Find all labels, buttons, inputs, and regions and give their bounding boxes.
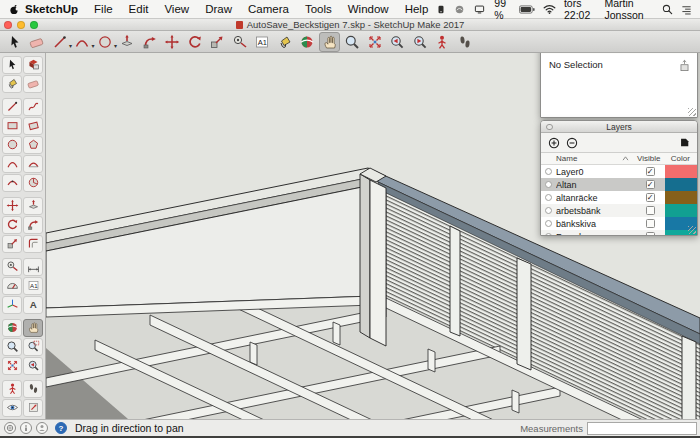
- panel-resize-grip[interactable]: [688, 226, 696, 234]
- palette-section-plane-button[interactable]: [23, 399, 43, 417]
- menu-item-window[interactable]: Window: [340, 3, 397, 15]
- menu-bar-clock[interactable]: tors 22:02: [564, 0, 597, 21]
- battery-icon[interactable]: [519, 5, 535, 14]
- palette-dimension-button[interactable]: [23, 258, 43, 276]
- panel-close-icon[interactable]: [546, 124, 553, 131]
- palette-rotate-button[interactable]: [2, 216, 22, 234]
- layers-title-bar[interactable]: Layers: [541, 121, 697, 133]
- layer-name[interactable]: Fasad: [556, 232, 635, 236]
- toolbar-paint-bucket-button[interactable]: [274, 32, 295, 52]
- palette-pie-button[interactable]: [23, 174, 43, 192]
- apple-logo-icon[interactable]: [8, 3, 20, 16]
- sign-in-icon[interactable]: [36, 422, 48, 434]
- palette-circle-button[interactable]: [2, 136, 22, 154]
- layer-name[interactable]: Layer0: [556, 167, 635, 177]
- palette-three-d-text-button[interactable]: A: [23, 296, 43, 314]
- toolbar-scale-button[interactable]: [207, 32, 228, 52]
- toolbar-text-button[interactable]: A1: [252, 32, 273, 52]
- notification-center-icon[interactable]: [681, 4, 692, 15]
- palette-previous-button[interactable]: [23, 357, 43, 375]
- toolbar-previous-button[interactable]: [387, 32, 408, 52]
- menu-item-file[interactable]: File: [86, 3, 121, 15]
- siri-icon[interactable]: [454, 4, 465, 15]
- toolbar-position-camera-button[interactable]: [432, 32, 453, 52]
- layer-visible-checkbox[interactable]: [646, 206, 655, 215]
- palette-offset-button[interactable]: [23, 235, 43, 253]
- device-icon[interactable]: [436, 4, 446, 15]
- layer-radio[interactable]: [545, 220, 552, 227]
- measurements-input[interactable]: [587, 422, 697, 435]
- palette-push-pull-button[interactable]: [23, 197, 43, 215]
- palette-look-around-button[interactable]: [2, 399, 22, 417]
- display-icon[interactable]: [473, 4, 486, 15]
- layer-color-swatch[interactable]: [665, 191, 697, 204]
- palette-eraser-button[interactable]: [23, 75, 43, 93]
- layer-color-swatch[interactable]: [665, 204, 697, 217]
- toolbar-next-button[interactable]: [409, 32, 430, 52]
- spotlight-icon[interactable]: [662, 4, 673, 15]
- column-color[interactable]: Color: [663, 154, 697, 163]
- toolbar-follow-me-button[interactable]: [139, 32, 160, 52]
- toolbar-zoom-extents-button[interactable]: [364, 32, 385, 52]
- credits-icon[interactable]: [20, 422, 32, 434]
- palette-position-camera-button[interactable]: [2, 380, 22, 398]
- panel-resize-grip[interactable]: [688, 108, 696, 116]
- layer-row-arbetsbänk[interactable]: arbetsbänk: [541, 204, 697, 217]
- palette-text-button[interactable]: A1: [23, 277, 43, 295]
- layer-row-Layer0[interactable]: Layer0✓: [541, 165, 697, 178]
- palette-line-button[interactable]: [2, 98, 22, 116]
- palette-scale-button[interactable]: [2, 235, 22, 253]
- layer-radio[interactable]: [545, 233, 552, 235]
- layer-name[interactable]: arbetsbänk: [556, 206, 635, 216]
- layer-row-altanräcke[interactable]: altanräcke✓: [541, 191, 697, 204]
- palette-rectangle-button[interactable]: [2, 117, 22, 135]
- menu-item-view[interactable]: View: [156, 3, 197, 15]
- palette-zoom-extents-button[interactable]: [2, 357, 22, 375]
- geolocation-icon[interactable]: [4, 422, 16, 434]
- toolbar-line-button[interactable]: ▾: [49, 32, 70, 52]
- layer-radio[interactable]: [545, 194, 552, 201]
- layer-name[interactable]: bänkskiva: [556, 219, 635, 229]
- palette-polygon-button[interactable]: [23, 136, 43, 154]
- layer-visible-checkbox[interactable]: ✓: [646, 193, 655, 202]
- palette-zoom-window-button[interactable]: [23, 338, 43, 356]
- layer-visible-checkbox[interactable]: [646, 219, 655, 228]
- palette-select-button[interactable]: [2, 56, 22, 74]
- palette-move-button[interactable]: [2, 197, 22, 215]
- toolbar-push-pull-button[interactable]: [117, 32, 138, 52]
- menu-item-tools[interactable]: Tools: [297, 3, 340, 15]
- layer-color-swatch[interactable]: [665, 165, 697, 178]
- column-name[interactable]: Name: [541, 154, 622, 163]
- menu-item-edit[interactable]: Edit: [121, 3, 157, 15]
- palette-protractor-button[interactable]: [2, 277, 22, 295]
- palette-pan-button[interactable]: [23, 319, 43, 337]
- layer-radio[interactable]: [545, 168, 552, 175]
- layer-radio[interactable]: [545, 181, 552, 188]
- palette-axes-button[interactable]: [2, 296, 22, 314]
- palette-follow-me-button[interactable]: [23, 216, 43, 234]
- palette-orbit-button[interactable]: [2, 319, 22, 337]
- palette-three-point-arc-button[interactable]: [2, 174, 22, 192]
- toolbar-tape-measure-button[interactable]: [229, 32, 250, 52]
- toolbar-eraser-button[interactable]: [27, 32, 48, 52]
- toolbar-orbit-button[interactable]: [297, 32, 318, 52]
- toolbar-circle-button[interactable]: ▾: [94, 32, 115, 52]
- layer-row-Fasad[interactable]: Fasad: [541, 230, 697, 235]
- add-layer-icon[interactable]: [548, 137, 560, 149]
- layer-name[interactable]: altanräcke: [556, 193, 635, 203]
- layer-name[interactable]: Altan: [556, 180, 635, 190]
- palette-rotated-rectangle-button[interactable]: [23, 117, 43, 135]
- toolbar-select-button[interactable]: [4, 32, 25, 52]
- layers-menu-icon[interactable]: [679, 137, 690, 148]
- palette-arc-button[interactable]: [2, 155, 22, 173]
- toolbar-arc-button[interactable]: ▾: [72, 32, 93, 52]
- toolbar-zoom-button[interactable]: [342, 32, 363, 52]
- layer-row-bänkskiva[interactable]: bänkskiva: [541, 217, 697, 230]
- menu-item-draw[interactable]: Draw: [197, 3, 240, 15]
- menu-item-sketchup[interactable]: SketchUp: [20, 3, 86, 15]
- toolbar-pan-button[interactable]: [319, 32, 340, 52]
- palette-make-component-button[interactable]: [23, 56, 43, 74]
- menu-item-help[interactable]: Help: [397, 3, 437, 15]
- layer-visible-checkbox[interactable]: [646, 232, 655, 235]
- layer-visible-checkbox[interactable]: ✓: [646, 180, 655, 189]
